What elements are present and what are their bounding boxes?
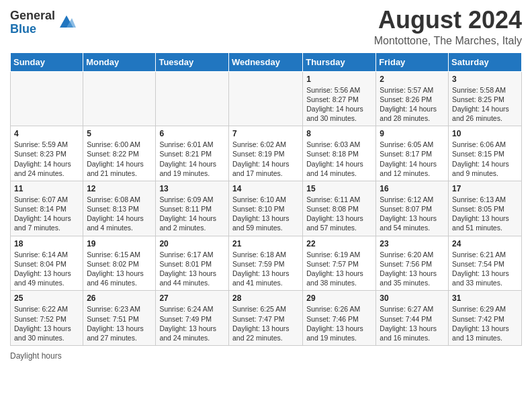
- day-info: Sunrise: 5:56 AMSunset: 8:27 PMDaylight:…: [306, 85, 372, 124]
- day-number: 29: [306, 293, 372, 303]
- calendar-table: SundayMondayTuesdayWednesdayThursdayFrid…: [10, 52, 522, 346]
- day-info: Sunrise: 6:21 AMSunset: 7:54 PMDaylight:…: [452, 250, 518, 288]
- day-info: Sunrise: 6:05 AMSunset: 8:17 PMDaylight:…: [380, 140, 445, 178]
- day-info: Sunrise: 6:08 AMSunset: 8:13 PMDaylight:…: [87, 195, 152, 233]
- day-info: Sunrise: 6:14 AMSunset: 8:04 PMDaylight:…: [14, 250, 79, 288]
- day-info: Sunrise: 6:13 AMSunset: 8:05 PMDaylight:…: [452, 195, 518, 233]
- day-info: Sunrise: 6:15 AMSunset: 8:02 PMDaylight:…: [87, 250, 152, 288]
- day-number: 16: [380, 184, 445, 193]
- day-info: Sunrise: 6:25 AMSunset: 7:47 PMDaylight:…: [232, 304, 299, 342]
- day-info: Sunrise: 6:18 AMSunset: 7:59 PMDaylight:…: [232, 250, 299, 288]
- day-info: Sunrise: 6:00 AMSunset: 8:22 PMDaylight:…: [87, 140, 152, 178]
- calendar-cell: 1Sunrise: 5:56 AMSunset: 8:27 PMDaylight…: [303, 71, 376, 126]
- calendar-cell: 17Sunrise: 6:13 AMSunset: 8:05 PMDayligh…: [449, 181, 522, 236]
- day-number: 31: [452, 293, 518, 303]
- calendar-cell: 28Sunrise: 6:25 AMSunset: 7:47 PMDayligh…: [228, 291, 302, 346]
- calendar-cell: 7Sunrise: 6:02 AMSunset: 8:19 PMDaylight…: [228, 126, 302, 181]
- calendar-header-thursday: Thursday: [303, 52, 376, 71]
- calendar-header-friday: Friday: [376, 52, 449, 71]
- calendar-cell: 26Sunrise: 6:23 AMSunset: 7:51 PMDayligh…: [83, 291, 156, 346]
- day-number: 21: [232, 239, 299, 248]
- day-number: 12: [87, 184, 152, 193]
- title-area: August 2024 Montottone, The Marches, Ita…: [374, 7, 522, 47]
- calendar-cell: 9Sunrise: 6:05 AMSunset: 8:17 PMDaylight…: [376, 126, 449, 181]
- calendar-cell: 10Sunrise: 6:06 AMSunset: 8:15 PMDayligh…: [449, 126, 522, 181]
- calendar-header-saturday: Saturday: [449, 52, 522, 71]
- day-info: Sunrise: 6:06 AMSunset: 8:15 PMDaylight:…: [452, 140, 518, 178]
- day-info: Sunrise: 6:09 AMSunset: 8:11 PMDaylight:…: [159, 195, 225, 233]
- logo-blue: Blue: [10, 23, 55, 36]
- day-number: 22: [306, 239, 372, 248]
- day-info: Sunrise: 6:29 AMSunset: 7:42 PMDaylight:…: [452, 304, 518, 342]
- calendar-header-monday: Monday: [83, 52, 156, 71]
- day-info: Sunrise: 6:27 AMSunset: 7:44 PMDaylight:…: [380, 304, 445, 342]
- day-info: Sunrise: 6:11 AMSunset: 8:08 PMDaylight:…: [306, 195, 372, 233]
- calendar-cell: 18Sunrise: 6:14 AMSunset: 8:04 PMDayligh…: [11, 236, 83, 291]
- calendar-header-wednesday: Wednesday: [228, 52, 302, 71]
- calendar-cell: 19Sunrise: 6:15 AMSunset: 8:02 PMDayligh…: [83, 236, 156, 291]
- footer-note: Daylight hours: [10, 351, 522, 361]
- calendar-cell: [228, 71, 302, 126]
- logo: General Blue: [10, 9, 76, 36]
- calendar-cell: 6Sunrise: 6:01 AMSunset: 8:21 PMDaylight…: [156, 126, 229, 181]
- calendar-cell: 12Sunrise: 6:08 AMSunset: 8:13 PMDayligh…: [83, 181, 156, 236]
- calendar-cell: 11Sunrise: 6:07 AMSunset: 8:14 PMDayligh…: [11, 181, 83, 236]
- day-number: 24: [452, 239, 518, 248]
- calendar-cell: 31Sunrise: 6:29 AMSunset: 7:42 PMDayligh…: [449, 291, 522, 346]
- calendar-cell: 14Sunrise: 6:10 AMSunset: 8:10 PMDayligh…: [228, 181, 302, 236]
- calendar-cell: 29Sunrise: 6:26 AMSunset: 7:46 PMDayligh…: [303, 291, 376, 346]
- day-number: 15: [306, 184, 372, 193]
- day-number: 13: [159, 184, 225, 193]
- day-number: 30: [380, 293, 445, 303]
- calendar-cell: 2Sunrise: 5:57 AMSunset: 8:26 PMDaylight…: [376, 71, 449, 126]
- day-number: 2: [380, 75, 445, 84]
- calendar-cell: 13Sunrise: 6:09 AMSunset: 8:11 PMDayligh…: [156, 181, 229, 236]
- calendar-cell: 22Sunrise: 6:19 AMSunset: 7:57 PMDayligh…: [303, 236, 376, 291]
- calendar-week-row: 11Sunrise: 6:07 AMSunset: 8:14 PMDayligh…: [11, 181, 522, 236]
- calendar-cell: 3Sunrise: 5:58 AMSunset: 8:25 PMDaylight…: [449, 71, 522, 126]
- day-number: 18: [14, 239, 79, 248]
- day-number: 5: [87, 129, 152, 138]
- day-info: Sunrise: 5:59 AMSunset: 8:23 PMDaylight:…: [14, 140, 79, 178]
- day-info: Sunrise: 6:20 AMSunset: 7:56 PMDaylight:…: [380, 250, 445, 288]
- day-number: 10: [452, 129, 518, 138]
- calendar-cell: 30Sunrise: 6:27 AMSunset: 7:44 PMDayligh…: [376, 291, 449, 346]
- day-info: Sunrise: 5:58 AMSunset: 8:25 PMDaylight:…: [452, 85, 518, 124]
- calendar-cell: [11, 71, 83, 126]
- day-number: 8: [306, 129, 372, 138]
- day-info: Sunrise: 6:24 AMSunset: 7:49 PMDaylight:…: [159, 304, 225, 342]
- calendar-header-sunday: Sunday: [11, 52, 83, 71]
- day-info: Sunrise: 6:02 AMSunset: 8:19 PMDaylight:…: [232, 140, 299, 178]
- calendar-header-tuesday: Tuesday: [156, 52, 229, 71]
- calendar-week-row: 1Sunrise: 5:56 AMSunset: 8:27 PMDaylight…: [11, 71, 522, 126]
- day-number: 11: [14, 184, 79, 193]
- calendar-cell: 8Sunrise: 6:03 AMSunset: 8:18 PMDaylight…: [303, 126, 376, 181]
- day-number: 6: [159, 129, 225, 138]
- day-number: 14: [232, 184, 299, 193]
- calendar-week-row: 18Sunrise: 6:14 AMSunset: 8:04 PMDayligh…: [11, 236, 522, 291]
- calendar-cell: 25Sunrise: 6:22 AMSunset: 7:52 PMDayligh…: [11, 291, 83, 346]
- calendar-cell: 4Sunrise: 5:59 AMSunset: 8:23 PMDaylight…: [11, 126, 83, 181]
- day-number: 26: [87, 293, 152, 303]
- calendar-header-row: SundayMondayTuesdayWednesdayThursdayFrid…: [11, 52, 522, 71]
- calendar-cell: [83, 71, 156, 126]
- day-info: Sunrise: 6:12 AMSunset: 8:07 PMDaylight:…: [380, 195, 445, 233]
- logo-general: General: [10, 9, 55, 23]
- day-number: 27: [159, 293, 225, 303]
- day-number: 9: [380, 129, 445, 138]
- day-info: Sunrise: 6:26 AMSunset: 7:46 PMDaylight:…: [306, 304, 372, 342]
- day-info: Sunrise: 6:17 AMSunset: 8:01 PMDaylight:…: [159, 250, 225, 288]
- calendar-cell: 5Sunrise: 6:00 AMSunset: 8:22 PMDaylight…: [83, 126, 156, 181]
- day-number: 7: [232, 129, 299, 138]
- day-info: Sunrise: 6:03 AMSunset: 8:18 PMDaylight:…: [306, 140, 372, 178]
- day-number: 20: [159, 239, 225, 248]
- calendar-cell: 21Sunrise: 6:18 AMSunset: 7:59 PMDayligh…: [228, 236, 302, 291]
- day-info: Sunrise: 6:23 AMSunset: 7:51 PMDaylight:…: [87, 304, 152, 342]
- day-number: 23: [380, 239, 445, 248]
- calendar-cell: 24Sunrise: 6:21 AMSunset: 7:54 PMDayligh…: [449, 236, 522, 291]
- day-number: 28: [232, 293, 299, 303]
- calendar-cell: 16Sunrise: 6:12 AMSunset: 8:07 PMDayligh…: [376, 181, 449, 236]
- calendar-week-row: 4Sunrise: 5:59 AMSunset: 8:23 PMDaylight…: [11, 126, 522, 181]
- calendar-cell: 15Sunrise: 6:11 AMSunset: 8:08 PMDayligh…: [303, 181, 376, 236]
- calendar-cell: 27Sunrise: 6:24 AMSunset: 7:49 PMDayligh…: [156, 291, 229, 346]
